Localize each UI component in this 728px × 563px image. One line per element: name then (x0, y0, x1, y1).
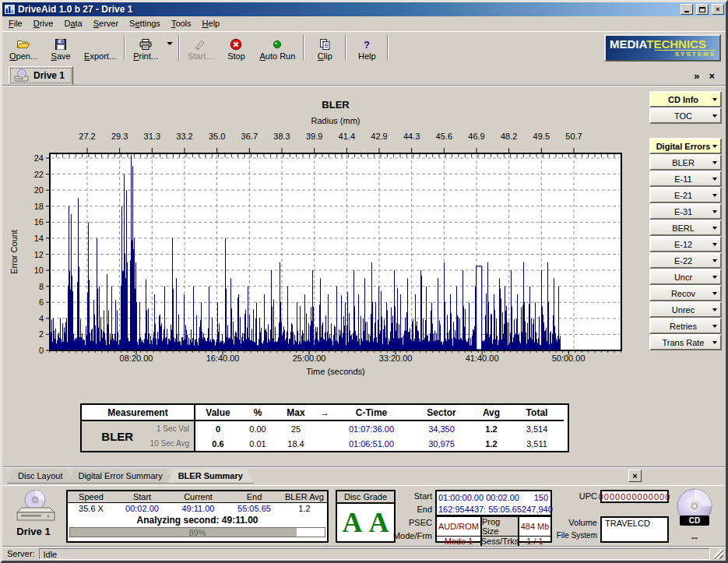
sidebar-button-label: CD Info (654, 95, 712, 104)
autorun-button[interactable]: Auto Run (254, 33, 301, 63)
chevron-down-icon (712, 161, 717, 164)
save-button[interactable]: Save (43, 33, 79, 63)
svg-text:8: 8 (39, 282, 44, 291)
svg-text:36.7: 36.7 (241, 132, 258, 141)
view-close-icon[interactable]: × (704, 70, 719, 85)
menu-data[interactable]: Data (58, 17, 87, 30)
svg-text:46.9: 46.9 (468, 132, 484, 141)
close-button[interactable]: × (712, 4, 724, 15)
status-bar: Server: Idle (2, 546, 726, 561)
tab-disc-layout[interactable]: Disc Layout (7, 469, 73, 484)
sidebar-button-unrec[interactable]: Unrec (649, 301, 722, 318)
current-value: 49:11.00 (170, 503, 227, 514)
menu-help[interactable]: Help (197, 17, 226, 30)
tab-strip-close-icon[interactable]: × (628, 470, 642, 482)
menu-server[interactable]: Server (88, 17, 124, 30)
logo-technics: TECHNICS (646, 37, 706, 51)
sidebar-button-trans-rate[interactable]: Trans Rate (649, 334, 722, 350)
toolbar-separator (124, 35, 125, 61)
svg-text:4: 4 (39, 314, 44, 323)
end-sector: 247,940 (522, 505, 555, 514)
svg-text:49.5: 49.5 (533, 132, 550, 141)
upc-label: UPC (552, 490, 600, 503)
sidebar-button-e-21[interactable]: E-21 (649, 187, 722, 203)
sidebar-button-toc[interactable]: TOC (649, 107, 722, 124)
tab-drive-1[interactable]: Drive 1 (9, 66, 73, 85)
open-button[interactable]: Open... (4, 33, 43, 63)
save-label: Save (51, 51, 71, 61)
sidebar-button-e-22[interactable]: E-22 (649, 252, 722, 269)
sidebar-spacer (649, 124, 722, 138)
drive-cd-icon (14, 69, 30, 83)
export-button[interactable]: Export... (79, 33, 121, 63)
help-button[interactable]: ?Help (349, 33, 385, 63)
col-header: BLER Avg (282, 491, 327, 502)
clip-icon (318, 37, 331, 51)
svg-text:35.0: 35.0 (209, 132, 225, 141)
app-icon (4, 4, 16, 15)
blank (94, 37, 107, 51)
chevron-down-icon (712, 341, 717, 344)
sidebar-button-bler[interactable]: BLER (649, 154, 722, 171)
menu-settings[interactable]: Settings (124, 17, 166, 30)
chevron-down-icon (712, 276, 717, 279)
maximize-button[interactable] (696, 4, 709, 15)
sidebar-button-retries[interactable]: Retries (649, 318, 722, 334)
sidebar-button-berl[interactable]: BERL (649, 220, 722, 236)
chevron-more-icon[interactable]: » (689, 70, 704, 85)
resize-grip[interactable] (713, 549, 723, 559)
disc-mode-block: AUD/ROM Prog Size 484 Mb Mode 1 Sess/Trk… (435, 516, 552, 543)
svg-text:24: 24 (34, 153, 44, 163)
svg-text:Radius (mm): Radius (mm) (311, 116, 360, 125)
toolbar-separator (387, 35, 389, 61)
cell-avg: 1.2 (473, 436, 510, 451)
stop-button[interactable]: Stop (218, 33, 254, 63)
drive-name: Drive 1 (9, 526, 58, 537)
sidebar-button-e-31[interactable]: E-31 (649, 203, 722, 220)
sidebar-button-cd-info[interactable]: CD Info (649, 91, 722, 107)
main-panel: 02468101214161820222427.229.331.333.235.… (2, 85, 726, 466)
cell-avg: 1.2 (473, 421, 510, 436)
sidebar-button-digital-errors[interactable]: Digital Errors (649, 138, 722, 154)
cell-pct: 0.00 (241, 421, 275, 436)
col-header: End (227, 491, 282, 502)
volume-label: Volume (552, 516, 600, 530)
menu-tools[interactable]: Tools (166, 17, 197, 30)
sidebar-button-e-12[interactable]: E-12 (649, 236, 722, 252)
sess-trks-value: 1 / 1 (519, 536, 550, 546)
chevron-down-icon (712, 114, 717, 118)
arrow-icon: → (317, 405, 332, 421)
measurement-table: Measurement Value % Max → C-Time Sector … (80, 403, 569, 452)
svg-text:50.7: 50.7 (565, 132, 582, 141)
sidebar-button-label: Trans Rate (654, 338, 712, 347)
svg-text:6: 6 (39, 297, 44, 307)
row-label: End (392, 503, 435, 516)
svg-text:14: 14 (34, 234, 44, 243)
export-label: Export... (84, 51, 116, 61)
cell-ctime: 01:06:51.00 (332, 436, 410, 451)
drive-block[interactable]: Drive 1 (9, 489, 58, 537)
tab-bler-summary[interactable]: BLER Summary (167, 469, 254, 484)
svg-text:22: 22 (34, 170, 44, 179)
help-label: Help (358, 51, 376, 61)
chevron-down-icon (712, 227, 717, 230)
svg-text:0: 0 (39, 346, 44, 355)
sidebar-button-uncr[interactable]: Uncr (649, 269, 722, 285)
tab-drive-1-label: Drive 1 (33, 70, 65, 81)
drive-tab-row: Drive 1 » × (2, 64, 726, 85)
col-header: Total (510, 405, 564, 421)
tab-digital-error-summary[interactable]: Digital Error Summary (67, 469, 173, 484)
sidebar-button-recov[interactable]: Recov (649, 285, 722, 301)
col-header: C-Time (332, 405, 410, 421)
clip-button[interactable]: Clip (307, 33, 343, 63)
print-dropdown-icon[interactable] (164, 33, 176, 63)
menu-file[interactable]: File (3, 17, 28, 30)
chevron-down-icon (712, 308, 717, 311)
cell-sector: 34,350 (410, 421, 473, 436)
minimize-button[interactable] (681, 4, 693, 15)
col-header: Max (275, 405, 317, 421)
sidebar-button-label: E-31 (654, 207, 712, 216)
sidebar-button-e-11[interactable]: E-11 (649, 171, 722, 187)
print-button[interactable]: Print... (128, 33, 164, 63)
menu-drive[interactable]: Drive (28, 17, 59, 30)
